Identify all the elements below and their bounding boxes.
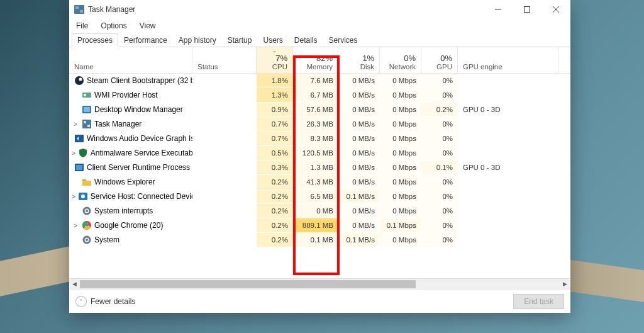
fewer-details-button[interactable]: ⌃ Fewer details xyxy=(75,296,135,307)
process-icon xyxy=(78,191,88,201)
gpu-cell: 0% xyxy=(421,132,458,145)
cpu-cell: 0.2% xyxy=(257,233,293,247)
process-name-cell: > Service Host: Connected Device... xyxy=(69,189,192,203)
network-cell: 0.1 Mbps xyxy=(380,218,421,232)
svg-point-5 xyxy=(79,78,82,81)
table-row[interactable]: Steam Client Bootstrapper (32 bit) 1.8% … xyxy=(69,74,570,88)
tab-performance[interactable]: Performance xyxy=(118,33,173,47)
network-cell: 0 Mbps xyxy=(380,161,421,174)
gpu-engine-cell xyxy=(458,88,558,102)
gpu-engine-cell xyxy=(458,132,558,145)
tab-app-history[interactable]: App history xyxy=(173,33,222,47)
tab-users[interactable]: Users xyxy=(257,33,288,47)
process-name-cell: Desktop Window Manager xyxy=(69,103,192,116)
disk-cell: 0 MB/s xyxy=(338,74,380,87)
col-memory[interactable]: 82%Memory xyxy=(293,47,338,73)
table-row[interactable]: > Google Chrome (20) 0.2% 889.1 MB 0 MB/… xyxy=(69,218,570,233)
menu-file[interactable]: File xyxy=(73,20,91,31)
menu-options[interactable]: Options xyxy=(97,20,130,31)
gpu-cell: 0.1% xyxy=(421,161,458,174)
minimize-button[interactable] xyxy=(484,0,513,19)
memory-cell: 0.1 MB xyxy=(293,233,338,247)
process-icon xyxy=(78,148,88,158)
expand-icon[interactable]: > xyxy=(72,121,79,128)
menubar: File Options View xyxy=(69,19,570,33)
process-rows[interactable]: Steam Client Bootstrapper (32 bit) 1.8% … xyxy=(69,74,570,278)
table-row[interactable]: Desktop Window Manager 0.9% 57.6 MB 0 MB… xyxy=(69,103,570,117)
scroll-left-icon[interactable]: ◀ xyxy=(69,279,80,290)
close-button[interactable] xyxy=(541,0,570,19)
horizontal-scrollbar[interactable]: ◀ ▶ xyxy=(69,278,570,289)
tab-services[interactable]: Services xyxy=(323,33,364,47)
cpu-cell: 0.7% xyxy=(257,117,293,131)
footer: ⌃ Fewer details End task xyxy=(69,289,570,313)
col-network[interactable]: 0%Network xyxy=(380,47,421,73)
svg-rect-15 xyxy=(76,165,82,170)
svg-rect-16 xyxy=(82,179,86,181)
expand-icon[interactable]: > xyxy=(72,193,75,200)
process-name-cell: > Antimalware Service Executable xyxy=(69,146,192,160)
end-task-button[interactable]: End task xyxy=(513,294,564,309)
maximize-button[interactable] xyxy=(513,0,541,19)
network-cell: 0 Mbps xyxy=(380,175,421,189)
table-row[interactable]: WMI Provider Host 1.3% 6.7 MB 0 MB/s 0 M… xyxy=(69,88,570,103)
disk-cell: 0.1 MB/s xyxy=(338,189,380,203)
gpu-cell: 0% xyxy=(421,146,458,160)
status-cell xyxy=(192,103,257,116)
svg-point-18 xyxy=(81,195,85,198)
process-name: Windows Explorer xyxy=(94,178,155,186)
network-cell: 0 Mbps xyxy=(380,189,421,203)
table-row[interactable]: System interrupts 0.2% 0 MB 0 MB/s 0 Mbp… xyxy=(69,204,570,218)
cpu-cell: 0.3% xyxy=(257,161,293,174)
col-gpu[interactable]: 0%GPU xyxy=(421,47,458,73)
sort-descending-icon: ⌄ xyxy=(272,48,277,54)
gpu-cell: 0% xyxy=(421,233,458,247)
col-name[interactable]: Name xyxy=(69,47,192,73)
col-disk[interactable]: 1%Disk xyxy=(338,47,380,73)
menu-view[interactable]: View xyxy=(136,20,159,31)
col-gpu-engine[interactable]: GPU engine xyxy=(458,47,558,73)
expand-icon[interactable]: > xyxy=(72,150,75,157)
process-icon xyxy=(82,177,92,187)
titlebar[interactable]: Task Manager xyxy=(69,0,570,19)
process-name: Steam Client Bootstrapper (32 bit) xyxy=(87,76,192,85)
memory-cell: 0 MB xyxy=(293,204,338,218)
memory-cell: 26.3 MB xyxy=(293,117,338,131)
cpu-cell: 0.5% xyxy=(257,146,293,160)
svg-point-20 xyxy=(86,210,88,212)
scrollbar-thumb[interactable] xyxy=(80,280,416,288)
table-row[interactable]: > Task Manager 0.7% 26.3 MB 0 MB/s 0 Mbp… xyxy=(69,117,570,132)
tab-processes[interactable]: Processes xyxy=(72,33,118,47)
tab-startup[interactable]: Startup xyxy=(222,33,258,47)
table-row[interactable]: > Antimalware Service Executable 0.5% 12… xyxy=(69,146,570,161)
table-row[interactable]: > Service Host: Connected Device... 0.2%… xyxy=(69,189,570,204)
svg-rect-7 xyxy=(84,94,86,96)
disk-cell: 0 MB/s xyxy=(338,175,380,189)
gpu-cell: 0.2% xyxy=(421,103,458,116)
disk-cell: 0 MB/s xyxy=(338,117,380,131)
memory-cell: 6.5 MB xyxy=(293,189,338,203)
table-row[interactable]: Windows Audio Device Graph Is... 0.7% 8.… xyxy=(69,132,570,146)
table-row[interactable]: Client Server Runtime Process 0.3% 1.3 M… xyxy=(69,161,570,175)
expand-icon[interactable]: > xyxy=(72,222,79,229)
table-row[interactable]: System 0.2% 0.1 MB 0.1 MB/s 0 Mbps 0% xyxy=(69,233,570,247)
process-name: System interrupts xyxy=(94,206,153,215)
process-icon xyxy=(82,104,92,115)
gpu-cell: 0% xyxy=(421,117,458,131)
process-icon xyxy=(82,206,92,216)
process-icon xyxy=(82,90,92,100)
memory-cell: 8.3 MB xyxy=(293,132,338,145)
memory-cell: 6.7 MB xyxy=(293,88,338,102)
col-status[interactable]: Status xyxy=(192,47,257,73)
gpu-engine-cell: GPU 0 - 3D xyxy=(458,161,558,174)
disk-cell: 0 MB/s xyxy=(338,88,380,102)
process-name-cell: > Task Manager xyxy=(69,117,192,131)
chevron-up-icon: ⌃ xyxy=(75,296,87,307)
scroll-right-icon[interactable]: ▶ xyxy=(560,279,570,290)
col-cpu[interactable]: ⌄ 7%CPU xyxy=(257,47,293,73)
cpu-cell: 0.7% xyxy=(257,132,293,145)
table-row[interactable]: Windows Explorer 0.2% 41.3 MB 0 MB/s 0 M… xyxy=(69,175,570,189)
column-headers: Name Status ⌄ 7%CPU 82%Memory 1%Disk 0%N… xyxy=(69,47,570,74)
tab-details[interactable]: Details xyxy=(289,33,323,47)
gpu-cell: 0% xyxy=(421,175,458,189)
